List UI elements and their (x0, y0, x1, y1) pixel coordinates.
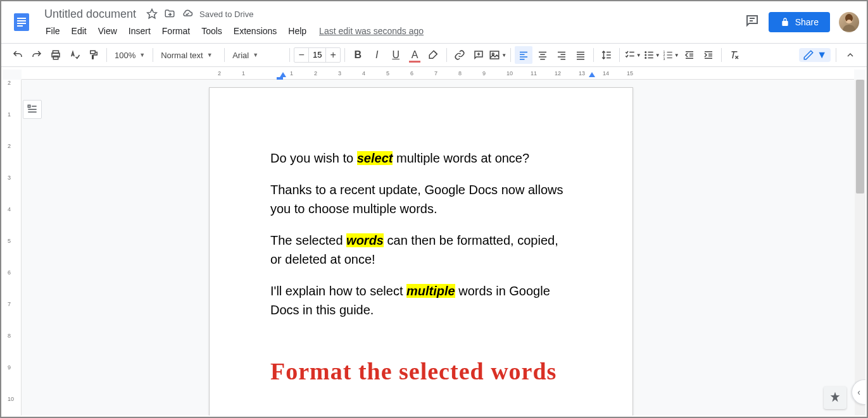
svg-rect-0 (14, 13, 29, 31)
saved-status-text: Saved to Drive (199, 9, 253, 19)
pencil-icon (803, 49, 814, 61)
handwritten-annotation: Format the selected words (270, 353, 572, 390)
increase-indent-button[interactable] (700, 46, 717, 64)
collapse-toolbar-button[interactable] (841, 46, 859, 64)
svg-rect-43 (648, 58, 653, 59)
toolbar: 100%▼ Normal text▼ Arial▼ − 15 + B I U A… (1, 43, 867, 67)
svg-point-38 (645, 51, 646, 53)
svg-marker-5 (148, 9, 157, 18)
menu-help[interactable]: Help (283, 23, 311, 39)
svg-rect-41 (648, 52, 653, 53)
svg-text:3: 3 (663, 57, 665, 61)
decrease-font-size-button[interactable]: − (294, 49, 308, 61)
font-size-input[interactable]: 15 (308, 48, 326, 62)
menu-view[interactable]: View (93, 23, 122, 39)
clear-formatting-button[interactable] (726, 46, 743, 64)
decrease-indent-button[interactable] (681, 46, 698, 64)
menu-file[interactable]: File (41, 23, 65, 39)
numbered-list-button[interactable]: 123▼ (662, 46, 679, 64)
print-button[interactable] (47, 46, 65, 64)
cloud-saved-icon[interactable] (182, 8, 193, 20)
spellcheck-button[interactable] (66, 46, 84, 64)
document-page[interactable]: Do you wish to select multiple words at … (209, 87, 633, 415)
align-center-button[interactable] (534, 46, 551, 64)
comment-history-icon[interactable] (745, 13, 760, 31)
document-title[interactable]: Untitled document (41, 6, 140, 22)
align-right-button[interactable] (553, 46, 570, 64)
explore-button[interactable] (824, 386, 846, 409)
last-edit-link[interactable]: Last edit was seconds ago (319, 26, 424, 36)
star-icon[interactable] (146, 8, 158, 20)
paint-format-button[interactable] (85, 46, 103, 64)
scrollbar-thumb[interactable] (856, 80, 864, 194)
line-spacing-button[interactable] (598, 46, 615, 64)
menu-tools[interactable]: Tools (196, 23, 227, 39)
italic-button[interactable]: I (368, 46, 386, 64)
undo-button[interactable] (9, 46, 27, 64)
account-avatar[interactable] (839, 12, 859, 32)
insert-link-button[interactable] (451, 46, 469, 64)
insert-image-button[interactable]: ▼ (489, 46, 506, 64)
menu-insert[interactable]: Insert (123, 23, 156, 39)
highlighted-word[interactable]: multiple (406, 284, 455, 298)
vertical-ruler[interactable]: 212345678910 (3, 80, 22, 415)
document-outline-button[interactable] (23, 100, 42, 119)
paragraph-style-dropdown[interactable]: Normal text▼ (157, 46, 220, 64)
add-comment-button[interactable] (470, 46, 487, 64)
highlight-color-button[interactable] (425, 46, 443, 64)
vertical-scrollbar[interactable] (855, 80, 865, 415)
share-label: Share (795, 17, 819, 27)
highlighted-word[interactable]: words (346, 233, 384, 247)
svg-rect-3 (17, 23, 26, 24)
checklist-button[interactable]: ▼ (624, 46, 641, 64)
align-left-button[interactable] (515, 46, 532, 64)
svg-rect-42 (648, 54, 653, 56)
svg-rect-12 (91, 51, 96, 54)
horizontal-ruler[interactable]: 21123456789101112131415 (22, 70, 854, 80)
share-button[interactable]: Share (769, 12, 830, 32)
paragraph[interactable]: Do you wish to select multiple words at … (270, 149, 572, 168)
document-body[interactable]: Do you wish to select multiple words at … (210, 88, 632, 390)
svg-point-40 (645, 57, 646, 59)
paragraph[interactable]: Thanks to a recent update, Google Docs n… (270, 180, 572, 218)
redo-button[interactable] (28, 46, 46, 64)
right-indent-marker[interactable] (589, 72, 595, 77)
docs-logo-icon[interactable] (9, 5, 34, 39)
svg-rect-1 (17, 18, 26, 19)
svg-rect-58 (28, 105, 30, 107)
paragraph[interactable]: The selected words can then be formatted… (270, 231, 572, 269)
svg-rect-2 (17, 20, 26, 22)
increase-font-size-button[interactable]: + (326, 49, 340, 61)
left-indent-marker[interactable] (280, 72, 286, 80)
menu-extensions[interactable]: Extensions (229, 23, 282, 39)
bulleted-list-button[interactable]: ▼ (643, 46, 660, 64)
svg-rect-4 (17, 25, 23, 27)
align-justify-button[interactable] (572, 46, 589, 64)
side-panel-toggle[interactable]: ‹ (852, 379, 865, 405)
menu-edit[interactable]: Edit (66, 23, 92, 39)
editing-mode-button[interactable]: ▼ (799, 48, 831, 62)
menubar: File Edit View Insert Format Tools Exten… (41, 23, 738, 39)
paragraph[interactable]: I'll explain how to select multiple word… (270, 281, 572, 319)
svg-point-39 (645, 54, 646, 56)
highlighted-word[interactable]: select (357, 151, 393, 165)
menu-format[interactable]: Format (157, 23, 195, 39)
text-color-button[interactable]: A (406, 46, 424, 64)
font-dropdown[interactable]: Arial▼ (229, 46, 286, 64)
lock-icon (780, 17, 790, 27)
zoom-dropdown[interactable]: 100%▼ (111, 46, 149, 64)
underline-button[interactable]: U (387, 46, 405, 64)
move-folder-icon[interactable] (164, 8, 175, 20)
bold-button[interactable]: B (349, 46, 367, 64)
